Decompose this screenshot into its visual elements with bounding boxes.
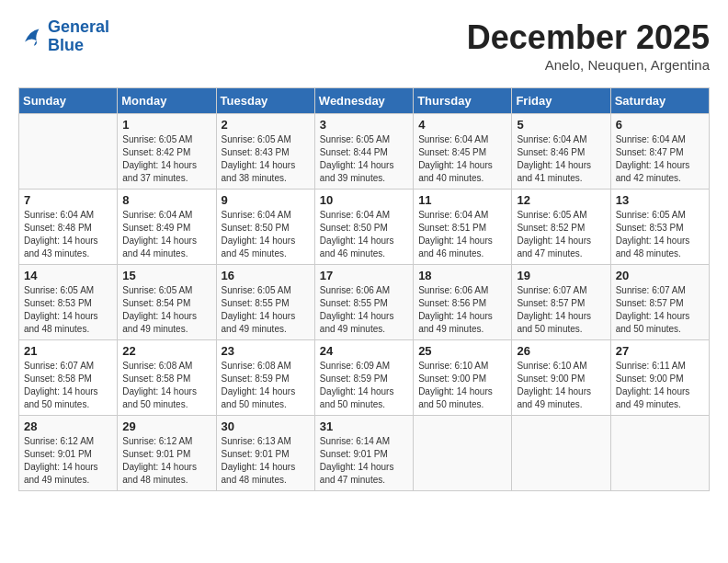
calendar-week-row: 21Sunrise: 6:07 AM Sunset: 8:58 PM Dayli… [19, 340, 710, 416]
calendar-cell [512, 416, 610, 491]
day-info: Sunrise: 6:04 AM Sunset: 8:50 PM Dayligh… [222, 209, 310, 260]
day-info: Sunrise: 6:04 AM Sunset: 8:46 PM Dayligh… [517, 133, 605, 185]
month-title: December 2025 [467, 18, 710, 57]
day-number: 24 [320, 344, 408, 358]
day-number: 7 [24, 193, 112, 207]
calendar-week-row: 7Sunrise: 6:04 AM Sunset: 8:48 PM Daylig… [19, 190, 710, 265]
calendar-table: SundayMondayTuesdayWednesdayThursdayFrid… [18, 87, 710, 491]
day-number: 10 [320, 193, 408, 207]
day-number: 9 [222, 193, 310, 207]
day-number: 19 [517, 269, 605, 282]
calendar-cell: 13Sunrise: 6:05 AM Sunset: 8:53 PM Dayli… [610, 190, 709, 265]
day-number: 13 [616, 193, 704, 207]
day-number: 6 [616, 118, 704, 132]
day-info: Sunrise: 6:07 AM Sunset: 8:57 PM Dayligh… [517, 284, 605, 336]
calendar-cell: 16Sunrise: 6:05 AM Sunset: 8:55 PM Dayli… [216, 265, 314, 340]
day-number: 4 [418, 118, 506, 132]
day-info: Sunrise: 6:05 AM Sunset: 8:53 PM Dayligh… [24, 284, 112, 336]
calendar-cell: 31Sunrise: 6:14 AM Sunset: 9:01 PM Dayli… [314, 416, 413, 491]
weekday-header: Saturday [610, 88, 709, 114]
calendar-cell: 28Sunrise: 6:12 AM Sunset: 9:01 PM Dayli… [19, 416, 118, 491]
calendar-week-row: 28Sunrise: 6:12 AM Sunset: 9:01 PM Dayli… [19, 416, 710, 491]
calendar-cell: 14Sunrise: 6:05 AM Sunset: 8:53 PM Dayli… [19, 265, 118, 340]
calendar-cell: 5Sunrise: 6:04 AM Sunset: 8:46 PM Daylig… [512, 114, 610, 190]
day-info: Sunrise: 6:09 AM Sunset: 8:59 PM Dayligh… [320, 360, 408, 411]
calendar-cell: 11Sunrise: 6:04 AM Sunset: 8:51 PM Dayli… [414, 190, 512, 265]
day-number: 25 [418, 344, 506, 358]
day-number: 3 [320, 118, 408, 132]
day-number: 5 [517, 118, 605, 132]
day-info: Sunrise: 6:11 AM Sunset: 9:00 PM Dayligh… [616, 360, 704, 411]
calendar-cell: 18Sunrise: 6:06 AM Sunset: 8:56 PM Dayli… [414, 265, 512, 340]
day-number: 18 [418, 269, 506, 282]
calendar-cell: 17Sunrise: 6:06 AM Sunset: 8:55 PM Dayli… [314, 265, 413, 340]
day-number: 28 [24, 419, 112, 433]
calendar-cell: 22Sunrise: 6:08 AM Sunset: 8:58 PM Dayli… [118, 340, 216, 416]
day-info: Sunrise: 6:04 AM Sunset: 8:47 PM Dayligh… [616, 133, 704, 185]
day-number: 15 [122, 269, 210, 282]
day-number: 11 [418, 193, 506, 207]
calendar-cell: 7Sunrise: 6:04 AM Sunset: 8:48 PM Daylig… [19, 190, 118, 265]
day-info: Sunrise: 6:14 AM Sunset: 9:01 PM Dayligh… [320, 435, 408, 487]
day-number: 20 [616, 269, 704, 282]
location-subtitle: Anelo, Neuquen, Argentina [467, 57, 710, 73]
day-info: Sunrise: 6:10 AM Sunset: 9:00 PM Dayligh… [418, 360, 506, 411]
day-number: 17 [320, 269, 408, 282]
day-info: Sunrise: 6:10 AM Sunset: 9:00 PM Dayligh… [517, 360, 605, 411]
calendar-cell: 10Sunrise: 6:04 AM Sunset: 8:50 PM Dayli… [314, 190, 413, 265]
title-block: December 2025 Anelo, Neuquen, Argentina [467, 18, 710, 73]
day-number: 31 [320, 419, 408, 433]
calendar-cell: 12Sunrise: 6:05 AM Sunset: 8:52 PM Dayli… [512, 190, 610, 265]
day-number: 8 [122, 193, 210, 207]
day-number: 1 [122, 118, 210, 132]
day-info: Sunrise: 6:04 AM Sunset: 8:51 PM Dayligh… [418, 209, 506, 260]
weekday-header: Thursday [414, 88, 512, 114]
day-info: Sunrise: 6:12 AM Sunset: 9:01 PM Dayligh… [24, 435, 112, 487]
day-info: Sunrise: 6:06 AM Sunset: 8:56 PM Dayligh… [418, 284, 506, 336]
calendar-cell: 20Sunrise: 6:07 AM Sunset: 8:57 PM Dayli… [610, 265, 709, 340]
day-info: Sunrise: 6:05 AM Sunset: 8:53 PM Dayligh… [616, 209, 704, 260]
logo-text: General Blue [48, 18, 109, 55]
day-info: Sunrise: 6:04 AM Sunset: 8:49 PM Dayligh… [122, 209, 210, 260]
calendar-cell: 6Sunrise: 6:04 AM Sunset: 8:47 PM Daylig… [610, 114, 709, 190]
day-info: Sunrise: 6:07 AM Sunset: 8:58 PM Dayligh… [24, 360, 112, 411]
day-info: Sunrise: 6:06 AM Sunset: 8:55 PM Dayligh… [320, 284, 408, 336]
day-number: 21 [24, 344, 112, 358]
weekday-header: Sunday [19, 88, 118, 114]
calendar-cell: 9Sunrise: 6:04 AM Sunset: 8:50 PM Daylig… [216, 190, 314, 265]
day-info: Sunrise: 6:05 AM Sunset: 8:52 PM Dayligh… [517, 209, 605, 260]
calendar-cell: 30Sunrise: 6:13 AM Sunset: 9:01 PM Dayli… [216, 416, 314, 491]
page-header: General Blue December 2025 Anelo, Neuque… [18, 18, 710, 73]
logo-icon [18, 24, 44, 50]
day-number: 26 [517, 344, 605, 358]
day-info: Sunrise: 6:05 AM Sunset: 8:55 PM Dayligh… [222, 284, 310, 336]
day-number: 22 [122, 344, 210, 358]
weekday-header: Friday [512, 88, 610, 114]
calendar-cell: 2Sunrise: 6:05 AM Sunset: 8:43 PM Daylig… [216, 114, 314, 190]
calendar-cell: 15Sunrise: 6:05 AM Sunset: 8:54 PM Dayli… [118, 265, 216, 340]
day-info: Sunrise: 6:08 AM Sunset: 8:59 PM Dayligh… [222, 360, 310, 411]
day-info: Sunrise: 6:04 AM Sunset: 8:45 PM Dayligh… [418, 133, 506, 185]
day-info: Sunrise: 6:13 AM Sunset: 9:01 PM Dayligh… [222, 435, 310, 487]
day-number: 16 [222, 269, 310, 282]
calendar-cell: 1Sunrise: 6:05 AM Sunset: 8:42 PM Daylig… [118, 114, 216, 190]
calendar-cell: 29Sunrise: 6:12 AM Sunset: 9:01 PM Dayli… [118, 416, 216, 491]
day-number: 29 [122, 419, 210, 433]
calendar-cell: 21Sunrise: 6:07 AM Sunset: 8:58 PM Dayli… [19, 340, 118, 416]
calendar-week-row: 1Sunrise: 6:05 AM Sunset: 8:42 PM Daylig… [19, 114, 710, 190]
weekday-header: Wednesday [314, 88, 413, 114]
day-info: Sunrise: 6:07 AM Sunset: 8:57 PM Dayligh… [616, 284, 704, 336]
calendar-cell: 26Sunrise: 6:10 AM Sunset: 9:00 PM Dayli… [512, 340, 610, 416]
day-number: 2 [222, 118, 310, 132]
calendar-cell: 3Sunrise: 6:05 AM Sunset: 8:44 PM Daylig… [314, 114, 413, 190]
calendar-cell [610, 416, 709, 491]
day-number: 14 [24, 269, 112, 282]
calendar-cell: 4Sunrise: 6:04 AM Sunset: 8:45 PM Daylig… [414, 114, 512, 190]
calendar-cell: 25Sunrise: 6:10 AM Sunset: 9:00 PM Dayli… [414, 340, 512, 416]
weekday-header: Tuesday [216, 88, 314, 114]
calendar-cell: 27Sunrise: 6:11 AM Sunset: 9:00 PM Dayli… [610, 340, 709, 416]
calendar-cell: 24Sunrise: 6:09 AM Sunset: 8:59 PM Dayli… [314, 340, 413, 416]
day-number: 30 [222, 419, 310, 433]
day-info: Sunrise: 6:12 AM Sunset: 9:01 PM Dayligh… [122, 435, 210, 487]
day-info: Sunrise: 6:04 AM Sunset: 8:48 PM Dayligh… [24, 209, 112, 260]
